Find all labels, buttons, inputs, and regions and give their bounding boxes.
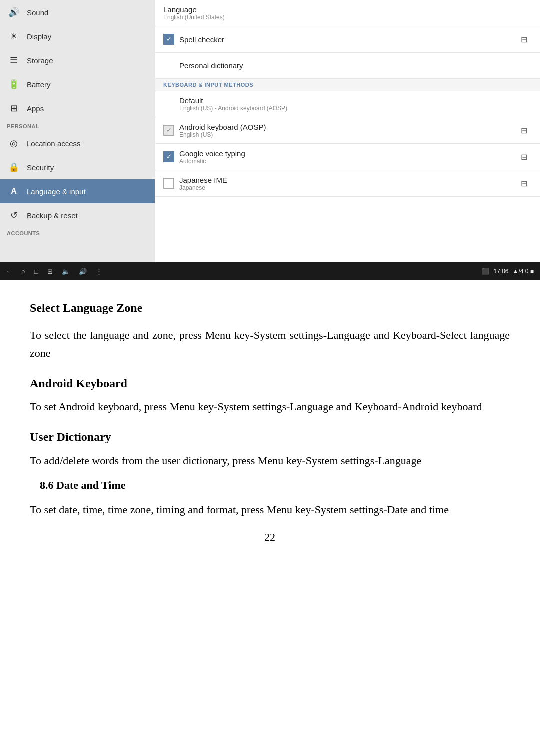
sidebar-item-sound[interactable]: 🔊 Sound — [0, 0, 155, 24]
backup-icon: ↺ — [7, 208, 21, 222]
language-row[interactable]: Language English (United States) — [156, 0, 540, 26]
section3-paragraph1: To add/delete words from the user dictio… — [30, 452, 510, 469]
sidebar-item-apps-label: Apps — [27, 104, 44, 113]
section2-heading: Android Keyboard — [30, 374, 510, 393]
spell-checker-checkbox[interactable]: ✓ — [164, 34, 174, 45]
default-keyboard-row[interactable]: Default English (US) - Android keyboard … — [156, 91, 540, 117]
home-button[interactable]: ○ — [22, 268, 26, 275]
language-icon: A — [7, 184, 21, 198]
sidebar-item-battery-label: Battery — [27, 80, 51, 89]
sidebar-item-storage-label: Storage — [27, 56, 54, 65]
settings-main-panel: Language English (United States) ✓ Spell… — [155, 0, 540, 280]
personal-dict-title: Personal dictionary — [180, 61, 532, 70]
status-bar-info: ⬛ 17:06 ▲/4 0 ■ — [482, 268, 534, 275]
document-area: Select Language Zone To select the langu… — [0, 280, 540, 561]
clock: 17:06 — [494, 268, 508, 275]
status-bar-nav: ← ○ □ ⊞ 🔈 🔊 ⋮ — [6, 268, 102, 275]
sidebar-item-backup[interactable]: ↺ Backup & reset — [0, 203, 155, 227]
sidebar-item-language-label: Language & input — [27, 187, 86, 196]
sidebar-item-backup-label: Backup & reset — [27, 211, 78, 220]
spell-checker-row[interactable]: ✓ Spell checker ⊟ — [156, 26, 540, 53]
sidebar-item-display-label: Display — [27, 32, 52, 41]
more-options-icon[interactable]: ⋮ — [96, 268, 102, 275]
screenshot-thumb-icon: ⬛ — [482, 268, 490, 275]
sidebar-item-storage[interactable]: ☰ Storage — [0, 48, 155, 72]
sidebar-item-language[interactable]: A Language & input — [0, 179, 155, 203]
sidebar-item-location-label: Location access — [27, 139, 81, 148]
accounts-section-label: ACCOUNTS — [0, 227, 155, 238]
keyboard-section-header: KEYBOARD & INPUT METHODS — [156, 79, 540, 91]
default-keyboard-subtitle: English (US) - Android keyboard (AOSP) — [180, 105, 532, 112]
personal-section-label: PERSONAL — [0, 120, 155, 131]
google-voice-subtitle: Automatic — [180, 158, 516, 165]
volume-down-icon[interactable]: 🔈 — [62, 268, 70, 275]
status-bar: ← ○ □ ⊞ 🔈 🔊 ⋮ ⬛ 17:06 ▲/4 0 ■ — [0, 262, 540, 280]
sound-icon: 🔊 — [7, 5, 21, 19]
android-keyboard-settings-icon[interactable]: ⊟ — [516, 122, 532, 138]
android-keyboard-checkbox[interactable]: ✓ — [164, 125, 174, 136]
sidebar-item-security-label: Security — [27, 163, 54, 172]
sidebar-item-security[interactable]: 🔒 Security — [0, 155, 155, 179]
language-title: Language — [164, 5, 532, 14]
section3-paragraph3: To set date, time, time zone, timing and… — [30, 501, 510, 518]
section3-paragraph2: 8.6 Date and Time — [30, 476, 510, 494]
google-voice-checkbox[interactable]: ✓ — [164, 151, 174, 162]
battery-icon: 🔋 — [7, 77, 21, 91]
japanese-ime-settings-icon[interactable]: ⊟ — [516, 175, 532, 191]
android-keyboard-subtitle: English (US) — [180, 131, 516, 138]
display-icon: ☀ — [7, 29, 21, 43]
settings-sidebar: 🔊 Sound ☀ Display ☰ Storage 🔋 Battery ⊞ … — [0, 0, 155, 280]
recents-button[interactable]: □ — [34, 268, 38, 275]
android-keyboard-title: Android keyboard (AOSP) — [180, 123, 516, 131]
spell-checker-settings-icon[interactable]: ⊟ — [516, 31, 532, 47]
sidebar-item-sound-label: Sound — [27, 8, 48, 17]
security-icon: 🔒 — [7, 160, 21, 174]
sidebar-item-location[interactable]: ◎ Location access — [0, 131, 155, 155]
google-voice-settings-icon[interactable]: ⊟ — [516, 149, 532, 165]
location-icon: ◎ — [7, 136, 21, 150]
sidebar-item-apps[interactable]: ⊞ Apps — [0, 96, 155, 120]
spell-checker-title: Spell checker — [180, 35, 516, 44]
sidebar-item-display[interactable]: ☀ Display — [0, 24, 155, 48]
android-keyboard-row[interactable]: ✓ Android keyboard (AOSP) English (US) ⊟ — [156, 117, 540, 144]
sidebar-item-battery[interactable]: 🔋 Battery — [0, 72, 155, 96]
japanese-ime-title: Japanese IME — [180, 176, 516, 184]
section1-paragraph: To select the language and zone, press M… — [30, 326, 510, 361]
volume-up-icon[interactable]: 🔊 — [79, 268, 87, 275]
google-voice-row[interactable]: ✓ Google voice typing Automatic ⊟ — [156, 144, 540, 170]
page-number: 22 — [30, 528, 510, 546]
section3-heading: User Dictionary — [30, 427, 510, 446]
language-subtitle: English (United States) — [164, 14, 532, 21]
section2-paragraph: To set Android keyboard, press Menu key-… — [30, 398, 510, 415]
japanese-ime-row[interactable]: Japanese IME Japanese ⊟ — [156, 170, 540, 197]
apps-icon: ⊞ — [7, 101, 21, 115]
japanese-ime-subtitle: Japanese — [180, 184, 516, 191]
google-voice-title: Google voice typing — [180, 149, 516, 158]
back-button[interactable]: ← — [6, 268, 12, 275]
signal-icons: ▲/4 0 ■ — [513, 268, 534, 275]
storage-icon: ☰ — [7, 53, 21, 67]
section1-heading: Select Language Zone — [30, 298, 510, 317]
android-settings-screenshot: 🔊 Sound ☀ Display ☰ Storage 🔋 Battery ⊞ … — [0, 0, 540, 280]
default-keyboard-title: Default — [180, 96, 532, 105]
japanese-ime-checkbox[interactable] — [164, 178, 174, 189]
screenshot-button[interactable]: ⊞ — [48, 268, 53, 275]
personal-dict-row[interactable]: Personal dictionary — [156, 53, 540, 79]
